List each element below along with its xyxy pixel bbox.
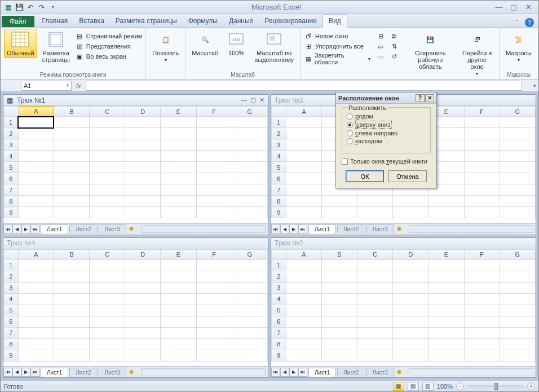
sheet-tab[interactable]: Лист1 <box>41 224 68 234</box>
cell[interactable] <box>196 139 232 151</box>
cell[interactable] <box>464 184 500 196</box>
cell[interactable] <box>125 259 161 271</box>
cell[interactable] <box>125 305 161 316</box>
new-window-button[interactable]: 🗗Новое окно <box>304 31 370 41</box>
cell[interactable] <box>500 338 535 350</box>
view-layout-icon[interactable]: ▤ <box>408 382 419 391</box>
cell[interactable] <box>393 327 428 338</box>
row-header[interactable]: 8 <box>272 338 286 350</box>
cell[interactable] <box>500 128 535 139</box>
cell[interactable] <box>500 184 535 196</box>
row-header[interactable]: 8 <box>272 196 286 207</box>
row-header[interactable]: 4 <box>4 293 19 305</box>
undo-icon[interactable]: ↶ <box>25 2 36 12</box>
cell[interactable] <box>232 305 267 316</box>
row-header[interactable]: 6 <box>272 173 286 184</box>
cell[interactable] <box>196 259 232 271</box>
cell[interactable] <box>464 173 500 184</box>
cell[interactable] <box>90 196 125 207</box>
cell[interactable] <box>464 305 500 316</box>
row-header[interactable]: 2 <box>272 128 286 139</box>
select-all-cell[interactable] <box>272 107 286 117</box>
cell[interactable] <box>196 271 232 282</box>
row-header[interactable]: 7 <box>272 184 286 196</box>
cell[interactable] <box>90 282 125 293</box>
dialog-help-icon[interactable]: ? <box>416 94 425 102</box>
cell[interactable] <box>500 151 535 162</box>
formula-expand-icon[interactable]: ▾ <box>533 83 536 89</box>
tab-data[interactable]: Данные <box>223 15 259 27</box>
spreadsheet-grid[interactable]: ABCDEFG123456789 <box>3 249 268 367</box>
cell[interactable] <box>196 316 232 327</box>
arrange-all-button[interactable]: ⊞Упорядочить все <box>304 41 370 51</box>
cell[interactable] <box>286 338 321 350</box>
cell[interactable] <box>125 173 161 184</box>
cell[interactable] <box>232 151 267 162</box>
cell[interactable] <box>18 259 54 271</box>
checkbox-current-book[interactable]: Только окна текущей книги <box>342 158 431 165</box>
excel-icon[interactable]: ▦ <box>3 2 13 12</box>
sync-scroll-button[interactable]: ⇅ <box>390 41 399 51</box>
cell[interactable] <box>232 338 267 350</box>
zoom-level[interactable]: 100% <box>437 383 453 390</box>
row-header[interactable]: 2 <box>272 271 286 282</box>
tab-view[interactable]: Вид <box>322 14 347 28</box>
cell[interactable] <box>321 196 357 207</box>
cell[interactable] <box>161 338 196 350</box>
row-header[interactable]: 2 <box>4 128 19 139</box>
cell[interactable] <box>464 117 500 128</box>
cell[interactable] <box>500 271 535 282</box>
cell[interactable] <box>232 162 267 173</box>
cell[interactable] <box>54 350 89 361</box>
cell[interactable] <box>161 128 196 139</box>
sheet-nav-button[interactable]: ⏮ <box>3 224 12 234</box>
cell[interactable] <box>54 184 89 196</box>
cell[interactable] <box>90 162 125 173</box>
cell[interactable] <box>196 184 232 196</box>
reset-position-button[interactable]: ↺ <box>390 51 399 61</box>
new-sheet-icon[interactable]: ✸ <box>396 368 407 376</box>
cell[interactable] <box>428 316 464 327</box>
cell[interactable] <box>232 316 267 327</box>
cell[interactable] <box>428 259 464 271</box>
minimize-icon[interactable]: — <box>494 3 503 11</box>
cell[interactable] <box>357 196 393 207</box>
cell[interactable] <box>196 338 232 350</box>
cell[interactable] <box>18 162 54 173</box>
cell[interactable] <box>18 327 54 338</box>
cell[interactable] <box>357 207 393 218</box>
horizontal-scrollbar[interactable] <box>409 225 533 233</box>
cell[interactable] <box>161 207 196 218</box>
cell[interactable] <box>232 128 267 139</box>
row-header[interactable]: 1 <box>4 117 19 128</box>
cell[interactable] <box>500 259 535 271</box>
cell[interactable] <box>90 338 125 350</box>
freeze-panes-button[interactable]: ▦Закрепить области▾ <box>304 51 370 66</box>
cell[interactable] <box>125 338 161 350</box>
sheet-tab[interactable]: Лист3 <box>99 224 126 234</box>
cell[interactable] <box>161 327 196 338</box>
cell[interactable] <box>464 271 500 282</box>
cell[interactable] <box>90 184 125 196</box>
ribbon-minimize-icon[interactable]: ˆ <box>513 19 522 27</box>
cell[interactable] <box>90 316 125 327</box>
cell[interactable] <box>161 305 196 316</box>
workbook-window-1[interactable]: ▦Трюк №1—▢✕ABCDEFG123456789⏮◀▶⏭Лист1Лист… <box>3 94 268 235</box>
cell[interactable] <box>321 350 357 361</box>
column-header[interactable]: F <box>196 249 232 259</box>
cell[interactable] <box>54 128 89 139</box>
cell[interactable] <box>54 305 89 316</box>
dialog-titlebar[interactable]: Расположение окон ? ✕ <box>336 93 436 104</box>
cell[interactable] <box>500 162 535 173</box>
sheet-nav-button[interactable]: ⏮ <box>271 368 280 377</box>
cell[interactable] <box>54 196 89 207</box>
cell[interactable] <box>125 207 161 218</box>
cell[interactable] <box>286 207 321 218</box>
row-header[interactable]: 5 <box>272 305 286 316</box>
cell[interactable] <box>357 271 393 282</box>
maximize-icon[interactable]: ▢ <box>509 3 518 11</box>
sheet-tab[interactable]: Лист3 <box>366 368 394 377</box>
tab-insert[interactable]: Вставка <box>73 15 110 27</box>
row-header[interactable]: 6 <box>4 316 19 327</box>
sheet-tab[interactable]: Лист2 <box>69 224 97 234</box>
